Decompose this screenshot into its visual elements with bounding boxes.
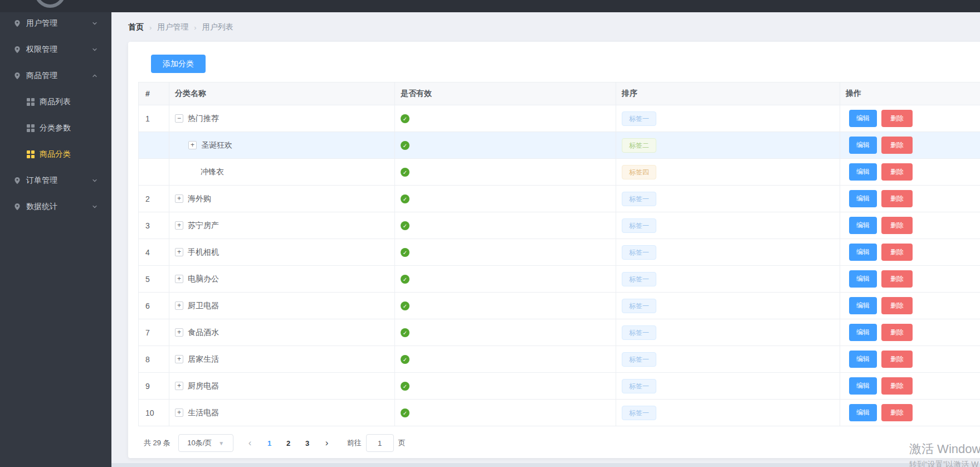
sidebar-item-label: 分类参数: [40, 123, 71, 133]
page-size-value: 10条/页: [187, 438, 212, 448]
expand-icon[interactable]: [175, 328, 183, 337]
sidebar-item-6[interactable]: 商品分类: [0, 141, 111, 167]
edit-button[interactable]: 编辑: [849, 217, 877, 234]
edit-button[interactable]: 编辑: [849, 404, 877, 421]
edit-button[interactable]: 编辑: [849, 377, 877, 395]
goto-suffix: 页: [398, 438, 406, 448]
sidebar-item-1[interactable]: 用户管理: [0, 10, 111, 36]
goto-label: 前往: [347, 438, 362, 448]
category-name: 手机相机: [188, 247, 219, 257]
row-index: 6: [145, 301, 150, 310]
expand-icon[interactable]: [175, 248, 183, 256]
category-name: 苏宁房产: [188, 221, 219, 231]
row-index: 7: [145, 328, 150, 337]
row-index: 4: [145, 248, 150, 257]
delete-button[interactable]: 删除: [881, 190, 913, 207]
table-row: 6厨卫电器标签一编辑删除: [139, 293, 980, 319]
expand-icon[interactable]: [175, 382, 183, 390]
edit-button[interactable]: 编辑: [849, 137, 877, 154]
chevron-down-icon: [91, 20, 98, 27]
page-number-3[interactable]: 3: [301, 439, 314, 447]
page-number-1[interactable]: 1: [263, 439, 276, 447]
sort-tag: 标签一: [622, 325, 656, 340]
sidebar-item-label: 权限管理: [26, 45, 57, 55]
breadcrumb-separator-icon: ›: [149, 23, 152, 32]
expand-icon[interactable]: [175, 194, 183, 203]
sidebar-item-4[interactable]: 商品列表: [0, 89, 111, 115]
expand-icon[interactable]: [175, 408, 183, 417]
table-row: 9厨房电器标签一编辑删除: [139, 373, 980, 400]
expand-icon[interactable]: [175, 221, 183, 230]
watermark-line1: 激活 Windows: [909, 441, 980, 458]
delete-button[interactable]: 删除: [881, 163, 913, 181]
edit-button[interactable]: 编辑: [849, 244, 877, 261]
category-table-wrap: #分类名称是否有效排序操作 1热门推荐标签一编辑删除圣诞狂欢标签二编辑删除冲锋衣…: [138, 82, 980, 426]
category-name: 海外购: [188, 194, 211, 204]
edit-button[interactable]: 编辑: [849, 163, 877, 181]
breadcrumb-separator-icon: ›: [194, 23, 196, 32]
delete-button[interactable]: 删除: [881, 137, 913, 154]
sort-tag: 标签一: [622, 406, 656, 420]
column-header-2: 分类名称: [169, 82, 395, 105]
edit-button[interactable]: 编辑: [849, 351, 877, 368]
valid-check-icon: [401, 408, 409, 417]
sidebar-item-7[interactable]: 订单管理: [0, 167, 111, 193]
delete-button[interactable]: 删除: [881, 377, 913, 395]
category-name: 电脑办公: [188, 274, 219, 284]
table-row: 7食品酒水标签一编辑删除: [139, 319, 980, 346]
valid-check-icon: [401, 168, 409, 177]
next-page-button[interactable]: ›: [320, 437, 334, 449]
main-card: 添加分类 #分类名称是否有效排序操作 1热门推荐标签一编辑删除圣诞狂欢标签二编辑…: [128, 42, 980, 458]
category-name: 热门推荐: [188, 114, 219, 124]
avatar[interactable]: [35, 0, 66, 8]
location-pin-icon: [13, 177, 21, 184]
delete-button[interactable]: 删除: [881, 324, 913, 341]
category-name: 厨房电器: [188, 381, 219, 391]
chevron-down-icon: [91, 177, 98, 184]
expand-icon[interactable]: [175, 301, 183, 310]
row-index: 3: [145, 221, 150, 230]
expand-icon[interactable]: [175, 355, 183, 363]
breadcrumb-item-2[interactable]: 用户管理: [157, 22, 188, 32]
category-name: 生活电器: [188, 408, 219, 418]
sidebar-item-2[interactable]: 权限管理: [0, 36, 111, 62]
chevron-up-icon: [91, 72, 98, 79]
category-name: 厨卫电器: [188, 301, 219, 311]
sort-tag: 标签一: [622, 352, 656, 367]
sidebar-item-8[interactable]: 数据统计: [0, 193, 111, 220]
table-row: 4手机相机标签一编辑删除: [139, 239, 980, 266]
edit-button[interactable]: 编辑: [849, 270, 877, 288]
delete-button[interactable]: 删除: [881, 404, 913, 421]
valid-check-icon: [401, 141, 409, 150]
delete-button[interactable]: 删除: [881, 244, 913, 261]
valid-check-icon: [401, 114, 409, 123]
delete-button[interactable]: 删除: [881, 217, 913, 234]
delete-button[interactable]: 删除: [881, 270, 913, 288]
expand-icon[interactable]: [188, 141, 197, 149]
edit-button[interactable]: 编辑: [849, 297, 877, 314]
delete-button[interactable]: 删除: [881, 351, 913, 368]
collapse-icon[interactable]: [175, 114, 183, 123]
table-row: 1热门推荐标签一编辑删除: [139, 105, 980, 132]
page-number-2[interactable]: 2: [282, 439, 295, 447]
edit-button[interactable]: 编辑: [849, 190, 877, 207]
sort-tag: 标签一: [622, 272, 656, 286]
table-row: 8居家生活标签一编辑删除: [139, 346, 980, 373]
valid-check-icon: [401, 328, 409, 337]
delete-button[interactable]: 删除: [881, 297, 913, 314]
edit-button[interactable]: 编辑: [849, 110, 877, 127]
goto-page-input[interactable]: [366, 434, 394, 452]
location-pin-icon: [13, 20, 21, 27]
expand-icon[interactable]: [175, 275, 183, 283]
prev-page-button[interactable]: ‹: [243, 437, 257, 449]
sidebar-item-3[interactable]: 商品管理: [0, 62, 111, 89]
sort-tag: 标签四: [622, 165, 656, 179]
add-category-button[interactable]: 添加分类: [151, 55, 206, 73]
sidebar-item-5[interactable]: 分类参数: [0, 115, 111, 141]
page-size-select[interactable]: 10条/页 ▼: [178, 434, 233, 452]
sidebar-item-label: 商品分类: [40, 149, 71, 159]
edit-button[interactable]: 编辑: [849, 324, 877, 341]
breadcrumb-item-1[interactable]: 首页: [128, 22, 144, 32]
delete-button[interactable]: 删除: [881, 110, 913, 127]
column-header-5: 操作: [840, 82, 980, 105]
